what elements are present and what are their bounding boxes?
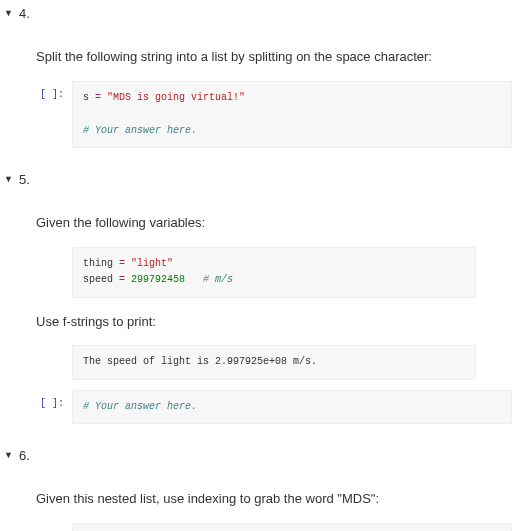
code-cell[interactable]: [ ]: l = [10, [3, 4], [5, [100, 200, ["M… [36,523,512,532]
code-token: # Your answer here. [83,125,197,136]
code-token: speed [83,274,113,285]
code-token: = [119,274,125,285]
caret-down-icon: ▼ [4,451,13,460]
code-input[interactable]: l = [10, [3, 4], [5, [100, 200, ["MDS"]]… [72,523,512,532]
section-body: Given the following variables: thing = "… [0,193,512,442]
section-toggle-4[interactable]: ▼ 4. [0,4,512,27]
exercise-prompt: Split the following string into a list b… [36,47,512,67]
code-token: s [83,92,89,103]
exercise-prompt: Use f-strings to print: [36,312,512,332]
code-cell[interactable]: [ ]: s = "MDS is going virtual!" # Your … [36,81,512,149]
caret-down-icon: ▼ [4,175,13,184]
code-token: = [95,92,101,103]
section-body: Given this nested list, use indexing to … [0,469,512,531]
code-token: "light" [131,258,173,269]
code-token: # Your answer here. [83,401,197,412]
section-number: 5. [19,172,30,187]
code-display: thing = "light" speed = 299792458 # m/s [72,247,476,298]
exercise-prompt: Given this nested list, use indexing to … [36,489,512,509]
exercise-section-5: ▼ 5. Given the following variables: thin… [0,166,512,442]
caret-down-icon: ▼ [4,9,13,18]
code-display: The speed of light is 2.997925e+08 m/s. [72,345,476,380]
section-body: Split the following string into a list b… [0,27,512,166]
code-token: 299792458 [131,274,185,285]
code-token: = [119,258,125,269]
code-cell[interactable]: [ ]: # Your answer here. [36,390,512,425]
section-toggle-5[interactable]: ▼ 5. [0,170,512,193]
exercise-section-6: ▼ 6. Given this nested list, use indexin… [0,442,512,531]
cell-prompt-empty [0,247,36,255]
cell-prompt-empty [0,345,36,353]
cell-prompt: [ ]: [36,81,72,100]
output-cell: The speed of light is 2.997925e+08 m/s. [0,345,476,380]
code-input[interactable]: s = "MDS is going virtual!" # Your answe… [72,81,512,149]
code-input[interactable]: # Your answer here. [72,390,512,425]
exercise-section-4: ▼ 4. Split the following string into a l… [0,0,512,166]
exercise-prompt: Given the following variables: [36,213,512,233]
section-toggle-6[interactable]: ▼ 6. [0,446,512,469]
code-token: thing [83,258,113,269]
code-token: The speed of light is 2.997925e+08 m/s. [83,356,317,367]
code-cell: thing = "light" speed = 299792458 # m/s [0,247,476,298]
cell-prompt: [ ]: [36,390,72,409]
code-token: # m/s [203,274,233,285]
code-token: "MDS is going virtual!" [107,92,245,103]
section-number: 6. [19,448,30,463]
cell-prompt: [ ]: [36,523,72,532]
section-number: 4. [19,6,30,21]
